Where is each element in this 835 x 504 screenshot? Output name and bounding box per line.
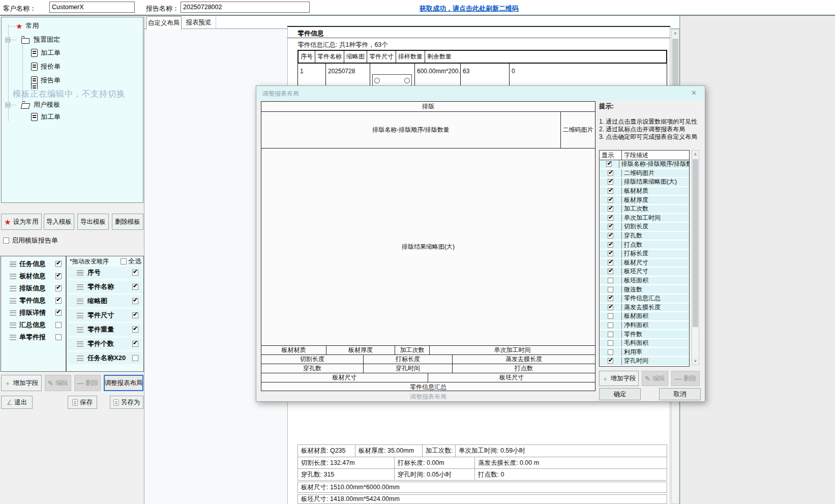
visibility-checkbox[interactable] (608, 278, 613, 283)
visibility-checkbox[interactable] (608, 233, 613, 239)
layout-block[interactable]: 板坯尺寸 (428, 373, 595, 382)
drag-handle-icon[interactable] (10, 261, 16, 267)
section-row[interactable]: 排版信息 (1, 282, 66, 294)
visibility-checkbox[interactable] (608, 287, 613, 292)
ok-button[interactable]: 确定 (599, 388, 641, 400)
layout-block-nest-header[interactable]: 排版 (261, 102, 595, 112)
field-visibility-row[interactable]: 蒸发去膜长度 (600, 304, 689, 313)
section-row[interactable]: 任务信息 (1, 258, 66, 270)
customer-name-input[interactable] (49, 2, 135, 13)
visibility-checkbox[interactable] (608, 188, 613, 194)
cancel-button[interactable]: 取消 (659, 388, 701, 400)
layout-block[interactable]: 板材厚度 (326, 346, 395, 354)
save-as-button[interactable]: 另存为 (110, 396, 143, 409)
field-table-scrollbar[interactable]: ∧ ∨ (692, 150, 699, 365)
visibility-checkbox[interactable] (608, 260, 613, 265)
visibility-checkbox[interactable] (608, 313, 613, 319)
section-checkbox[interactable] (55, 322, 62, 328)
field-visibility-row[interactable]: 板材尺寸 (600, 259, 689, 268)
dialog-delete-button[interactable]: — 删除 (671, 371, 700, 386)
visibility-checkbox[interactable] (608, 242, 613, 248)
visibility-checkbox[interactable] (608, 358, 613, 364)
field-visibility-row[interactable]: 单次加工时间 (600, 214, 689, 223)
drag-handle-icon[interactable] (10, 335, 16, 340)
drag-handle-icon[interactable] (77, 299, 83, 304)
field-row[interactable]: 零件重量 (68, 323, 142, 336)
tree-item[interactable]: 加工单 (31, 46, 143, 60)
enable-landscape-row[interactable]: 启用横版报告单 (3, 236, 58, 245)
qr-refresh-link[interactable]: 获取成功，请点击此处刷新二维码 (420, 4, 519, 13)
layout-block[interactable]: 蒸发去膜长度 (453, 355, 595, 364)
field-row[interactable]: 序号 (68, 266, 142, 279)
field-checkbox[interactable] (132, 341, 138, 347)
field-visibility-row[interactable]: 零件数 (600, 330, 689, 339)
field-checkbox[interactable] (132, 298, 138, 304)
visibility-checkbox[interactable] (608, 170, 613, 176)
layout-block-nest-name[interactable]: 排版名称-排版顺序/排版数量 (261, 112, 561, 148)
tree-item[interactable]: 加工单 (29, 110, 143, 123)
drag-handle-icon[interactable] (77, 284, 83, 290)
tree-item[interactable]: 报告单 (31, 73, 143, 87)
layout-block[interactable]: 打标长度 (364, 355, 453, 364)
section-checkbox[interactable] (55, 261, 62, 267)
field-checkbox[interactable] (132, 355, 138, 361)
field-visibility-row[interactable]: 板材材质 (600, 187, 689, 196)
dialog-edit-button[interactable]: ✎ 编辑 (642, 371, 668, 386)
visibility-checkbox[interactable] (606, 161, 612, 167)
layout-block[interactable]: 打点数 (453, 364, 595, 373)
field-visibility-row[interactable]: 排版名称-排版顺序/排版数量 (600, 160, 689, 169)
drag-handle-icon[interactable] (77, 341, 83, 347)
tree-group-preset[interactable]: 预置固定 (6, 34, 60, 46)
import-template-button[interactable]: 导入模板 (44, 214, 74, 230)
drag-handle-icon[interactable] (10, 310, 16, 316)
field-visibility-row[interactable]: 穿孔数 (600, 232, 689, 241)
tree-item-favorite[interactable]: ★ 常用 (16, 20, 39, 32)
close-icon[interactable]: ✕ (691, 89, 697, 97)
field-checkbox[interactable] (132, 327, 138, 333)
visibility-checkbox[interactable] (608, 332, 613, 337)
field-row[interactable]: 缩略图 (68, 295, 142, 307)
visibility-checkbox[interactable] (608, 215, 613, 221)
collapse-icon[interactable] (6, 38, 10, 42)
report-scrollbar-thumb[interactable] (672, 39, 678, 87)
section-row[interactable]: 零件信息 (1, 294, 66, 307)
report-name-input[interactable] (181, 2, 310, 13)
scroll-down-icon[interactable]: ∨ (692, 357, 699, 365)
section-row[interactable]: 排版详情 (1, 307, 66, 319)
visibility-checkbox[interactable] (608, 179, 613, 185)
field-visibility-row[interactable]: 加工次数 (600, 205, 689, 214)
field-visibility-row[interactable]: 板坯尺寸 (600, 268, 689, 277)
field-row[interactable]: 零件个数 (68, 338, 142, 350)
select-all-checkbox[interactable] (121, 258, 127, 264)
layout-block[interactable]: 穿孔数 (261, 364, 364, 373)
drag-handle-icon[interactable] (77, 327, 83, 333)
layout-block-qr[interactable]: 二维码图片 (561, 112, 595, 148)
collapse-icon[interactable] (6, 103, 10, 107)
select-all-row[interactable]: 全选 (121, 257, 141, 266)
edit-field-button[interactable]: ✎ 编辑 (45, 375, 71, 391)
visibility-checkbox[interactable] (608, 340, 613, 346)
layout-block[interactable]: 板材尺寸 (261, 373, 428, 382)
layout-block[interactable]: 加工次数 (395, 346, 430, 354)
field-visibility-row[interactable]: 穿孔时间 (600, 357, 689, 366)
field-checkbox[interactable] (132, 312, 138, 318)
visibility-checkbox[interactable] (608, 251, 613, 256)
dialog-add-field-button[interactable]: ＋ 增加字段 (599, 371, 639, 386)
field-visibility-row[interactable]: 板坯面积 (600, 277, 689, 286)
field-visibility-row[interactable]: 打点数 (600, 241, 689, 250)
field-visibility-row[interactable]: 切割长度 (600, 223, 689, 232)
section-checkbox[interactable] (55, 298, 62, 304)
field-visibility-row[interactable]: 毛料面积 (600, 339, 689, 348)
tree-group-user[interactable]: 用户模板 (6, 99, 60, 111)
field-row[interactable]: 零件尺寸 (68, 309, 142, 321)
section-checkbox[interactable] (55, 334, 62, 340)
layout-block-thumbnail[interactable]: 排版结果缩略图(大) (261, 149, 595, 346)
drag-handle-icon[interactable] (77, 270, 83, 276)
enable-landscape-checkbox[interactable] (3, 238, 9, 244)
section-checkbox[interactable] (55, 285, 62, 291)
field-visibility-row[interactable]: 排版结果缩略图(大) (600, 178, 689, 187)
field-visibility-row[interactable]: 净料面积 (600, 321, 689, 331)
field-visibility-row[interactable]: 板材厚度 (600, 196, 689, 205)
visibility-checkbox[interactable] (608, 322, 613, 328)
exit-button[interactable]: ∠ 退出 (1, 396, 33, 409)
